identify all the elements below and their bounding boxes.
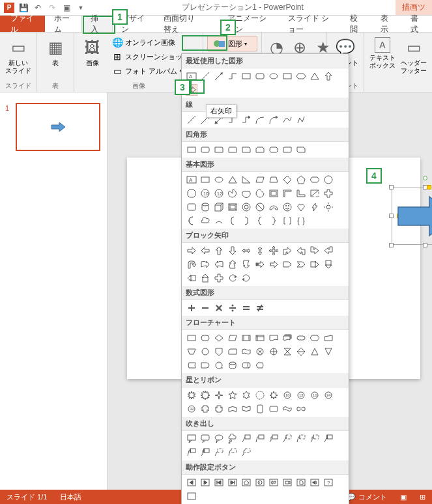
callout-border1[interactable] — [323, 433, 334, 445]
star-8[interactable] — [268, 389, 280, 401]
shape-line[interactable] — [199, 70, 211, 82]
basic-smiley[interactable] — [281, 201, 293, 213]
star-16[interactable]: 16 — [309, 389, 321, 401]
tab-insert[interactable]: 挿入 — [81, 16, 112, 32]
basic-tri[interactable] — [227, 174, 238, 186]
fc-connector[interactable] — [199, 346, 211, 357]
ribbon-curved-up[interactable] — [227, 403, 238, 415]
basic-bracket-pair[interactable] — [281, 215, 293, 227]
ba-bent3[interactable] — [309, 245, 321, 257]
star-10[interactable]: 10 — [281, 389, 293, 401]
fc-multidoc[interactable] — [281, 332, 293, 344]
basic-rect[interactable] — [199, 174, 211, 186]
basic-noentry[interactable] — [254, 201, 266, 213]
selected-arrow-shape[interactable] — [392, 188, 432, 245]
rect-5[interactable] — [240, 144, 252, 156]
ba-curved-r[interactable] — [199, 259, 211, 270]
basic-bevel[interactable] — [227, 201, 238, 213]
eq-plus[interactable] — [186, 302, 197, 314]
callout-line2[interactable] — [254, 433, 266, 445]
fc-data[interactable] — [227, 332, 238, 344]
fc-manual-op[interactable] — [186, 346, 197, 357]
rect-3[interactable] — [213, 144, 225, 156]
shape-oval[interactable] — [268, 70, 280, 82]
status-slide-number[interactable]: スライド 1/1 — [7, 492, 47, 502]
basic-diamond[interactable] — [281, 174, 293, 186]
action-back[interactable] — [186, 477, 197, 488]
ba-curved-u[interactable] — [227, 259, 238, 270]
basic-halfframe[interactable] — [281, 188, 293, 199]
fc-decision[interactable] — [213, 332, 225, 344]
basic-pie[interactable] — [227, 188, 238, 199]
basic-sun[interactable] — [323, 201, 334, 213]
basic-brace1[interactable] — [254, 215, 266, 227]
basic-brace2[interactable] — [268, 215, 280, 227]
ba-right[interactable] — [186, 245, 197, 257]
callout-more2[interactable] — [227, 447, 238, 458]
callout-border3[interactable] — [199, 447, 211, 458]
tab-home[interactable]: ホーム — [45, 16, 81, 32]
basic-can[interactable] — [199, 201, 211, 213]
basic-tear[interactable] — [254, 188, 266, 199]
shape-roundrect[interactable] — [254, 70, 266, 82]
basic-trap[interactable] — [268, 174, 280, 186]
ba-down[interactable] — [227, 245, 238, 257]
rotate-handle[interactable] — [423, 176, 427, 180]
action-return[interactable] — [268, 477, 280, 488]
action-sound[interactable] — [309, 477, 321, 488]
ribbon-down[interactable] — [213, 403, 225, 415]
tab-slideshow[interactable]: スライド ショー — [279, 16, 341, 32]
shape-connector[interactable] — [227, 70, 238, 82]
fc-stored[interactable] — [186, 359, 197, 371]
ba-bent1[interactable] — [281, 245, 293, 257]
action-doc[interactable] — [295, 477, 307, 488]
qat-customize-icon[interactable]: ▼ — [76, 3, 86, 13]
fc-magnetic[interactable] — [227, 359, 238, 371]
ba-circular[interactable] — [227, 272, 238, 284]
basic-diag[interactable] — [309, 188, 321, 199]
line-9[interactable] — [295, 114, 307, 126]
view-sorter-icon[interactable]: ⊞ — [420, 493, 425, 501]
basic-textbox[interactable]: A — [186, 174, 197, 186]
ba-bent4[interactable] — [323, 245, 334, 257]
fc-predef[interactable] — [240, 332, 252, 344]
eq-minus[interactable] — [199, 302, 211, 314]
fc-term[interactable] — [295, 332, 307, 344]
callout-border2[interactable] — [186, 447, 197, 458]
ba-chevron[interactable] — [295, 259, 307, 270]
fc-tape[interactable] — [240, 346, 252, 357]
basic-bracket1[interactable] — [227, 215, 238, 227]
fc-internal[interactable] — [254, 332, 266, 344]
basic-brace-pair[interactable]: {} — [295, 215, 307, 227]
ba-curved-l[interactable] — [213, 259, 225, 270]
fc-alt[interactable] — [199, 332, 211, 344]
resize-handle-s[interactable] — [423, 243, 427, 247]
rect-4[interactable] — [227, 144, 238, 156]
ba-quad[interactable] — [268, 245, 280, 257]
callout-more3[interactable] — [240, 447, 252, 458]
basic-hept[interactable] — [323, 174, 334, 186]
rect-6[interactable] — [254, 144, 266, 156]
fc-manual-input[interactable] — [323, 332, 334, 344]
basic-chord[interactable] — [240, 188, 252, 199]
resize-handle-w[interactable] — [389, 214, 394, 218]
tab-file[interactable]: ファイル — [0, 16, 45, 32]
ba-ud[interactable] — [254, 245, 266, 257]
save-icon[interactable]: 💾 — [18, 3, 29, 13]
tab-animations[interactable]: アニメーション — [209, 16, 279, 32]
resize-handle-sw[interactable] — [389, 243, 394, 247]
tab-transitions[interactable]: 画面切り替え — [154, 16, 209, 32]
fc-or[interactable] — [268, 346, 280, 357]
star-32[interactable]: 32 — [186, 403, 197, 415]
ribbon-curved-down[interactable] — [240, 403, 252, 415]
star-explosion1[interactable] — [186, 389, 197, 401]
action-help[interactable]: ? — [323, 477, 334, 488]
rect-2[interactable] — [199, 144, 211, 156]
star-6[interactable] — [240, 389, 252, 401]
fc-merge[interactable] — [323, 346, 334, 357]
fc-direct[interactable] — [240, 359, 252, 371]
star-explosion2[interactable] — [199, 389, 211, 401]
action-fwd[interactable] — [199, 477, 211, 488]
line-7[interactable] — [268, 114, 280, 126]
basic-cloud[interactable] — [199, 215, 211, 227]
